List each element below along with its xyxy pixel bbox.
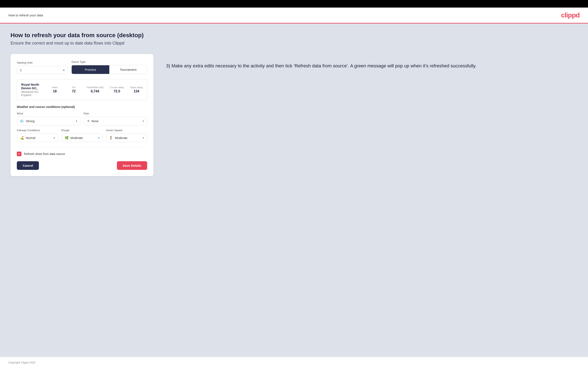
main-content: How to refresh your data from source (de… <box>0 24 588 357</box>
wind-chevron-icon: ▾ <box>76 120 77 123</box>
green-speed-group: Green Speed 🏌 Moderate ▾ <box>106 129 147 142</box>
course-name-group: Royal North Devon GC, Westward Ho!, Engl… <box>21 83 42 97</box>
content-row: Starting Hole 1 ▾ Game Type Practice Tou… <box>10 54 578 176</box>
course-rating-value: 72.5 <box>110 89 124 93</box>
conditions-row-2: Fairway Conditions ⛳ Normal ▾ Rough 🌿 Mo… <box>17 129 147 142</box>
wind-label: Wind <box>17 112 80 115</box>
course-yards-label: Yards/White (M)) <box>86 86 104 89</box>
save-details-button[interactable]: Save Details <box>117 161 147 170</box>
course-rating-label: Course rating <box>110 86 124 89</box>
rain-group: Rain ☀ None ▾ <box>84 112 147 125</box>
game-type-label: Game Type <box>71 60 147 63</box>
divider <box>17 147 147 147</box>
green-speed-label: Green Speed <box>106 129 147 132</box>
page-heading: How to refresh your data from source (de… <box>10 32 578 39</box>
fairway-group: Fairway Conditions ⛳ Normal ▾ <box>17 129 58 142</box>
rain-chevron-icon: ▾ <box>143 120 144 123</box>
refresh-checkbox[interactable] <box>17 152 21 156</box>
cancel-button[interactable]: Cancel <box>17 161 39 170</box>
rough-value: Moderate <box>70 136 96 140</box>
starting-hole-group: Starting Hole 1 ▾ <box>17 61 67 74</box>
green-speed-chevron-icon: ▾ <box>143 136 144 139</box>
course-holes-label: Holes <box>49 86 61 89</box>
wind-rain-row: Wind 💨 Strong ▾ Rain ☀ None ▾ <box>17 112 147 125</box>
top-form-row: Starting Hole 1 ▾ Game Type Practice Tou… <box>17 60 147 74</box>
rain-select[interactable]: ☀ None ▾ <box>84 117 147 125</box>
refresh-row: Refresh shots from data source <box>17 152 147 156</box>
rough-icon: 🌿 <box>65 136 69 140</box>
rain-icon: ☀ <box>87 119 90 123</box>
starting-hole-label: Starting Hole <box>17 61 67 64</box>
game-type-group: Game Type Practice Tournament <box>71 60 147 74</box>
slope-rating-stat: Slope rating 134 <box>130 86 143 93</box>
fairway-select[interactable]: ⛳ Normal ▾ <box>17 133 58 142</box>
fairway-icon: ⛳ <box>20 136 24 140</box>
description-panel: 3) Make any extra edits necessary to the… <box>166 54 578 69</box>
tournament-button[interactable]: Tournament <box>109 65 147 74</box>
course-par-label: Par <box>68 86 80 89</box>
practice-button[interactable]: Practice <box>72 65 109 74</box>
course-par-stat: Par 72 <box>68 86 80 93</box>
course-location: Westward Ho!, England <box>21 90 42 97</box>
rain-label: Rain <box>84 112 147 115</box>
green-speed-value: Moderate <box>115 136 141 140</box>
rough-chevron-icon: ▾ <box>98 136 99 139</box>
green-speed-select[interactable]: 🏌 Moderate ▾ <box>106 133 147 142</box>
rain-value: None <box>91 119 141 123</box>
footer-copyright: Copyright Clippd 2022 <box>9 361 35 364</box>
description-text: 3) Make any extra edits necessary to the… <box>166 62 578 69</box>
game-type-buttons: Practice Tournament <box>71 65 147 74</box>
header-title: How to refresh your data <box>9 13 43 17</box>
course-holes-stat: Holes 18 <box>49 86 61 93</box>
wind-group: Wind 💨 Strong ▾ <box>17 112 80 125</box>
wind-icon: 💨 <box>20 119 24 123</box>
wind-value: Strong <box>26 119 74 123</box>
course-info-box: Royal North Devon GC, Westward Ho!, Engl… <box>17 79 147 100</box>
starting-hole-select[interactable]: 1 ▾ <box>17 66 67 74</box>
slope-rating-value: 134 <box>130 89 143 93</box>
footer: Copyright Clippd 2022 <box>0 357 588 367</box>
fairway-label: Fairway Conditions <box>17 129 58 132</box>
slope-rating-label: Slope rating <box>130 86 143 89</box>
green-speed-icon: 🏌 <box>109 136 113 140</box>
header: How to refresh your data clippd <box>0 8 588 24</box>
rough-label: Rough <box>61 129 103 132</box>
rough-group: Rough 🌿 Moderate ▾ <box>61 129 103 142</box>
wind-select[interactable]: 💨 Strong ▾ <box>17 117 80 125</box>
course-rating-stat: Course rating 72.5 <box>110 86 124 93</box>
rough-select[interactable]: 🌿 Moderate ▾ <box>61 133 103 142</box>
page-subheading: Ensure the correct and most up to date d… <box>10 41 578 46</box>
course-yards-stat: Yards/White (M)) 6,744 <box>86 86 104 93</box>
fairway-chevron-icon: ▾ <box>54 136 55 139</box>
weather-section-title: Weather and course conditions (optional) <box>17 105 147 108</box>
starting-hole-input[interactable]: 1 <box>20 68 64 72</box>
fairway-value: Normal <box>26 136 52 140</box>
course-par-value: 72 <box>68 89 80 93</box>
refresh-label: Refresh shots from data source <box>24 152 65 156</box>
course-yards-value: 6,744 <box>86 89 104 93</box>
button-row: Cancel Save Details <box>17 161 147 170</box>
course-holes-value: 18 <box>49 89 61 93</box>
course-name: Royal North Devon GC, <box>21 83 42 90</box>
top-bar <box>0 0 588 8</box>
form-card: Starting Hole 1 ▾ Game Type Practice Tou… <box>10 54 154 176</box>
logo: clippd <box>561 11 579 19</box>
weather-section: Weather and course conditions (optional)… <box>17 105 147 142</box>
